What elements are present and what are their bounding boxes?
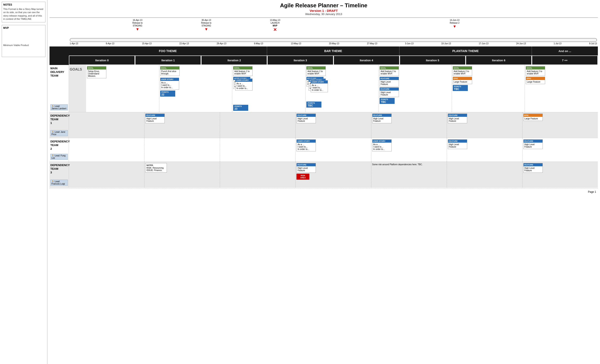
team-dep1-label: DEPENDENCYTEAM1 🏃 Lead: Jane Price — [49, 112, 69, 138]
goal-card-5: GOAL Add feature 2 to enable MVP. — [453, 66, 472, 76]
team-main-name: MAIN DELIVERY TEAM — [50, 67, 68, 78]
dep2-iter-4: USER STORY As a ...I want to...In order … — [371, 138, 447, 162]
main-iter-0: GOAL Setup Envs. Understand Mission. — [86, 65, 159, 112]
main-content: Agile Release Planner – Timeline Version… — [47, 0, 600, 364]
dep2-iter-3: USER STORY As a ...I want to...In order … — [296, 138, 371, 162]
goal-card-4: GOAL Add feature 2 to enable MVP. — [380, 66, 399, 76]
dep3-iter-1: NOTES RISK: Resourcing.ISSUE: Finance. — [144, 162, 220, 187]
main-iter-3: GOAL Add feature 2 to enable MVP. FEATUR… — [306, 65, 379, 112]
story-stack-2: USER STORY As a ...I want...In order to.… — [233, 77, 304, 94]
notes-section: NOTES This Format is like a Story Map tu… — [2, 2, 46, 22]
risk-area-badge: RISKAREA — [296, 174, 309, 180]
milestone-1: 16-Apr-13Release toSTAGING ▼ — [132, 19, 143, 32]
dep1-iter-4: FEATURE High Level Feature — [371, 112, 447, 138]
dep1-iter-6: EPIC Large Feature — [523, 112, 598, 138]
theme-foo: FOO THEME — [69, 46, 267, 55]
milestone-4: 14-Jun-13Release 2 ▼ — [450, 19, 459, 29]
main-iter-4: GOAL Add feature 2 to enable MVP. FEATUR… — [379, 65, 452, 112]
team-dep2-name: DEPENDENCYTEAM2 — [50, 140, 68, 151]
dep3-iter-6: FEATURE High Level Feature — [523, 162, 598, 187]
main-iter-2: GOAL Add feature 2 to enable MVP. USER S… — [232, 65, 306, 112]
iteration-0: Iteration 0 — [69, 55, 135, 65]
title-area: Agile Release Planner – Timeline Version… — [49, 0, 598, 17]
dep3-iter-5 — [447, 162, 523, 187]
points-badge-5: POINTS TBC — [453, 85, 468, 91]
story-stack-3: FEATURE High Level Feature... USER STORY… — [306, 77, 378, 95]
notes-title: NOTES — [3, 3, 44, 6]
iteration-1: Iteration 1 — [135, 55, 201, 65]
team-dep3-name: DEPENDENCYTEAM3 — [50, 164, 68, 174]
dep1-iter-0 — [69, 112, 144, 138]
goal-card-3: GOAL Add feature 2 to enable MVP. — [306, 66, 326, 76]
team-dep2-lead: 🏃 Lead: Fung Lee — [50, 154, 68, 160]
goal-card-6: GOAL Add feature 2 to enable MVP. — [526, 66, 545, 76]
points-badge-1: POINTS 22 — [160, 91, 175, 97]
date-label: Wednesday, 30 January 2013 — [49, 12, 598, 16]
points-badge-3: POINTS TBC — [306, 101, 321, 108]
iteration-7: 7 ++ — [532, 55, 598, 65]
team-dep3: DEPENDENCYTEAM3 🏃 Lead: Francois Luigi N… — [49, 162, 598, 188]
milestone-2: 30-Apr-13Release toSTAGING ▼ — [201, 19, 211, 32]
user-story-stack-1: USER STORY As a ...I want to...In order … — [160, 78, 179, 90]
theme-bar: BAR THEME — [267, 46, 400, 55]
themes-row: FOO THEME BAR THEME PLANTAIN THEME And o… — [49, 46, 598, 55]
notes-card: NOTES RISK: Resourcing.ISSUE: Finance. — [145, 163, 167, 173]
main-iter-6: GOAL Add feature 2 to enable MVP. EPIC L… — [525, 65, 598, 112]
team-main-delivery: MAIN DELIVERY TEAM 🏃 Lead: James Lambert… — [49, 65, 598, 112]
page-title: Agile Release Planner – Timeline — [49, 2, 598, 9]
points-badge-2: POINTS 23 — [233, 105, 248, 111]
milestones-area: 16-Apr-13Release toSTAGING ▼ 30-Apr-13Re… — [69, 19, 598, 38]
version-label: Version 1 - DRAFT — [49, 9, 598, 12]
dep1-iter-2 — [220, 112, 296, 138]
goals-label-cell: GOALS — [69, 65, 86, 112]
dep2-iter-0 — [69, 138, 144, 162]
team-dep3-lead: 🏃 Lead: Francois Luigi — [50, 180, 68, 186]
team-dep3-label: DEPENDENCYTEAM3 🏃 Lead: Francois Luigi — [49, 162, 69, 187]
dep2-iter-6: FEATURE High Level Feature — [523, 138, 598, 162]
team-dep2-label: DEPENDENCYTEAM2 🏃 Lead: Fung Lee — [49, 138, 69, 162]
goal-card-1: GOAL Punch first slice through. — [160, 66, 179, 76]
iteration-4: Iteration 4 — [333, 55, 400, 65]
team-dep1-name: DEPENDENCYTEAM1 — [50, 114, 68, 125]
team-dep1-lead: 🏃 Lead: Jane Price — [50, 130, 68, 136]
team-main-lead: 🏃 Lead: James Lambert — [50, 104, 68, 110]
team-main-label: MAIN DELIVERY TEAM 🏃 Lead: James Lambert — [49, 65, 69, 112]
dep1-iter-1: FEATURE High Level Feature — [144, 112, 220, 138]
points-badge-4: POINTS TBC — [380, 98, 395, 104]
timeline-dates: 1-Apr-13 8-Apr-13 15-Apr-13 22-Apr-13 29… — [69, 42, 598, 45]
iteration-5: Iteration 5 — [400, 55, 466, 65]
main-iter-1: GOAL Punch first slice through. USER STO… — [159, 65, 233, 112]
main-iter-5: GOAL Add feature 2 to enable MVP. EPIC L… — [452, 65, 525, 112]
mvp-section: MVP Minimum Viable Product — [2, 25, 46, 57]
theme-plantain: PLANTAIN THEME — [400, 46, 532, 55]
goals-label: GOALS — [70, 68, 82, 72]
milestone-3: 13-May-13LAUNCHMVP ✕ — [270, 19, 280, 32]
timeline-bar: 1-Apr-13 8-Apr-13 15-Apr-13 22-Apr-13 29… — [69, 38, 598, 45]
timeline-bar-row: 1-Apr-13 8-Apr-13 15-Apr-13 22-Apr-13 29… — [49, 38, 598, 45]
mvp-body: Minimum Viable Product — [3, 44, 44, 47]
dep1-iter-3: FEATURE High Level Feature — [296, 112, 371, 138]
goal-card-0: GOAL Setup Envs. Understand Mission. — [87, 66, 106, 78]
dep2-iter-5: FEATURE High Level Feature — [447, 138, 523, 162]
team-dep2: DEPENDENCYTEAM2 🏃 Lead: Fung Lee USER ST… — [49, 138, 598, 162]
goal-card-2: GOAL Add feature 2 to enable MVP. — [233, 66, 253, 76]
iteration-3: Iteration 3 — [267, 55, 333, 65]
page-number: Page 1 — [49, 190, 598, 194]
iterations-row: Iteration 0 Iteration 1 Iteration 2 Iter… — [49, 55, 598, 65]
dep3-iter-4: Some risk around Platform dependencies h… — [371, 162, 447, 187]
dep2-iter-1 — [144, 138, 220, 162]
dep2-iter-2 — [220, 138, 296, 162]
team-dep1: DEPENDENCYTEAM1 🏃 Lead: Jane Price FEATU… — [49, 112, 598, 138]
dep3-iter-3: FEATURE High Level Feature RISKAREA — [296, 162, 371, 187]
dep3-iter-0 — [69, 162, 144, 187]
iteration-2: Iteration 2 — [201, 55, 267, 65]
mvp-title: MVP — [3, 27, 44, 29]
iteration-6: Iteration 6 — [466, 55, 532, 65]
dep1-iter-5: FEATURE High Level Feature — [447, 112, 523, 138]
sidebar: NOTES This Format is like a Story Map tu… — [0, 0, 47, 364]
dep3-iter-2 — [220, 162, 296, 187]
theme-and-on: And on ... — [532, 46, 598, 55]
notes-body: This Format is like a Story Map turned o… — [3, 8, 44, 21]
